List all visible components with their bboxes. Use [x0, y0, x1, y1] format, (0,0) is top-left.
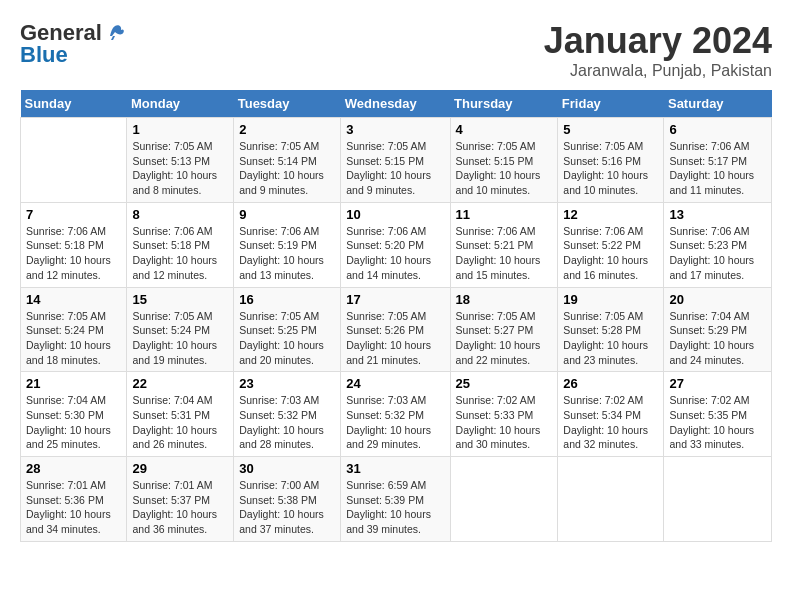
day-info: Sunrise: 7:06 AM Sunset: 5:22 PM Dayligh…: [563, 224, 658, 283]
day-info: Sunrise: 7:02 AM Sunset: 5:33 PM Dayligh…: [456, 393, 553, 452]
week-row-3: 14Sunrise: 7:05 AM Sunset: 5:24 PM Dayli…: [21, 287, 772, 372]
calendar-cell: 4Sunrise: 7:05 AM Sunset: 5:15 PM Daylig…: [450, 118, 558, 203]
calendar-cell: 28Sunrise: 7:01 AM Sunset: 5:36 PM Dayli…: [21, 457, 127, 542]
day-info: Sunrise: 7:05 AM Sunset: 5:24 PM Dayligh…: [132, 309, 228, 368]
calendar-cell: 12Sunrise: 7:06 AM Sunset: 5:22 PM Dayli…: [558, 202, 664, 287]
day-number: 27: [669, 376, 766, 391]
day-info: Sunrise: 7:06 AM Sunset: 5:18 PM Dayligh…: [132, 224, 228, 283]
calendar-cell: 1Sunrise: 7:05 AM Sunset: 5:13 PM Daylig…: [127, 118, 234, 203]
page-header: General Blue January 2024 Jaranwala, Pun…: [20, 20, 772, 80]
month-title: January 2024: [544, 20, 772, 62]
day-number: 2: [239, 122, 335, 137]
weekday-header-friday: Friday: [558, 90, 664, 118]
calendar-cell: 23Sunrise: 7:03 AM Sunset: 5:32 PM Dayli…: [234, 372, 341, 457]
calendar-cell: 7Sunrise: 7:06 AM Sunset: 5:18 PM Daylig…: [21, 202, 127, 287]
day-number: 31: [346, 461, 444, 476]
day-info: Sunrise: 7:05 AM Sunset: 5:13 PM Dayligh…: [132, 139, 228, 198]
day-info: Sunrise: 7:05 AM Sunset: 5:16 PM Dayligh…: [563, 139, 658, 198]
day-info: Sunrise: 7:05 AM Sunset: 5:26 PM Dayligh…: [346, 309, 444, 368]
weekday-header-row: SundayMondayTuesdayWednesdayThursdayFrid…: [21, 90, 772, 118]
calendar-cell: 31Sunrise: 6:59 AM Sunset: 5:39 PM Dayli…: [341, 457, 450, 542]
calendar-cell: 19Sunrise: 7:05 AM Sunset: 5:28 PM Dayli…: [558, 287, 664, 372]
title-block: January 2024 Jaranwala, Punjab, Pakistan: [544, 20, 772, 80]
day-number: 5: [563, 122, 658, 137]
day-info: Sunrise: 7:04 AM Sunset: 5:30 PM Dayligh…: [26, 393, 121, 452]
day-number: 7: [26, 207, 121, 222]
day-info: Sunrise: 7:02 AM Sunset: 5:35 PM Dayligh…: [669, 393, 766, 452]
calendar-cell: [558, 457, 664, 542]
day-info: Sunrise: 7:01 AM Sunset: 5:36 PM Dayligh…: [26, 478, 121, 537]
calendar-cell: 27Sunrise: 7:02 AM Sunset: 5:35 PM Dayli…: [664, 372, 772, 457]
day-number: 10: [346, 207, 444, 222]
day-info: Sunrise: 6:59 AM Sunset: 5:39 PM Dayligh…: [346, 478, 444, 537]
day-info: Sunrise: 7:05 AM Sunset: 5:25 PM Dayligh…: [239, 309, 335, 368]
day-info: Sunrise: 7:03 AM Sunset: 5:32 PM Dayligh…: [239, 393, 335, 452]
calendar-cell: 6Sunrise: 7:06 AM Sunset: 5:17 PM Daylig…: [664, 118, 772, 203]
calendar-cell: [21, 118, 127, 203]
day-number: 26: [563, 376, 658, 391]
day-number: 9: [239, 207, 335, 222]
logo-blue: Blue: [20, 42, 68, 68]
day-number: 18: [456, 292, 553, 307]
day-number: 24: [346, 376, 444, 391]
day-number: 16: [239, 292, 335, 307]
calendar-cell: 18Sunrise: 7:05 AM Sunset: 5:27 PM Dayli…: [450, 287, 558, 372]
day-number: 29: [132, 461, 228, 476]
day-number: 13: [669, 207, 766, 222]
calendar-cell: 22Sunrise: 7:04 AM Sunset: 5:31 PM Dayli…: [127, 372, 234, 457]
day-info: Sunrise: 7:04 AM Sunset: 5:29 PM Dayligh…: [669, 309, 766, 368]
day-number: 1: [132, 122, 228, 137]
weekday-header-tuesday: Tuesday: [234, 90, 341, 118]
day-number: 30: [239, 461, 335, 476]
day-number: 3: [346, 122, 444, 137]
calendar-cell: [450, 457, 558, 542]
day-number: 23: [239, 376, 335, 391]
day-info: Sunrise: 7:06 AM Sunset: 5:23 PM Dayligh…: [669, 224, 766, 283]
day-info: Sunrise: 7:05 AM Sunset: 5:15 PM Dayligh…: [456, 139, 553, 198]
calendar-cell: 9Sunrise: 7:06 AM Sunset: 5:19 PM Daylig…: [234, 202, 341, 287]
calendar-cell: 21Sunrise: 7:04 AM Sunset: 5:30 PM Dayli…: [21, 372, 127, 457]
day-number: 6: [669, 122, 766, 137]
day-number: 28: [26, 461, 121, 476]
calendar-cell: 5Sunrise: 7:05 AM Sunset: 5:16 PM Daylig…: [558, 118, 664, 203]
calendar-cell: 16Sunrise: 7:05 AM Sunset: 5:25 PM Dayli…: [234, 287, 341, 372]
week-row-2: 7Sunrise: 7:06 AM Sunset: 5:18 PM Daylig…: [21, 202, 772, 287]
week-row-4: 21Sunrise: 7:04 AM Sunset: 5:30 PM Dayli…: [21, 372, 772, 457]
day-number: 17: [346, 292, 444, 307]
day-info: Sunrise: 7:01 AM Sunset: 5:37 PM Dayligh…: [132, 478, 228, 537]
weekday-header-monday: Monday: [127, 90, 234, 118]
calendar-cell: 8Sunrise: 7:06 AM Sunset: 5:18 PM Daylig…: [127, 202, 234, 287]
day-number: 20: [669, 292, 766, 307]
day-number: 14: [26, 292, 121, 307]
calendar-cell: 10Sunrise: 7:06 AM Sunset: 5:20 PM Dayli…: [341, 202, 450, 287]
day-info: Sunrise: 7:06 AM Sunset: 5:19 PM Dayligh…: [239, 224, 335, 283]
calendar-cell: 29Sunrise: 7:01 AM Sunset: 5:37 PM Dayli…: [127, 457, 234, 542]
week-row-5: 28Sunrise: 7:01 AM Sunset: 5:36 PM Dayli…: [21, 457, 772, 542]
day-info: Sunrise: 7:03 AM Sunset: 5:32 PM Dayligh…: [346, 393, 444, 452]
day-info: Sunrise: 7:05 AM Sunset: 5:28 PM Dayligh…: [563, 309, 658, 368]
location: Jaranwala, Punjab, Pakistan: [544, 62, 772, 80]
day-info: Sunrise: 7:05 AM Sunset: 5:27 PM Dayligh…: [456, 309, 553, 368]
calendar-cell: 30Sunrise: 7:00 AM Sunset: 5:38 PM Dayli…: [234, 457, 341, 542]
day-number: 11: [456, 207, 553, 222]
weekday-header-thursday: Thursday: [450, 90, 558, 118]
calendar-table: SundayMondayTuesdayWednesdayThursdayFrid…: [20, 90, 772, 542]
calendar-cell: [664, 457, 772, 542]
day-info: Sunrise: 7:00 AM Sunset: 5:38 PM Dayligh…: [239, 478, 335, 537]
day-number: 22: [132, 376, 228, 391]
day-number: 15: [132, 292, 228, 307]
weekday-header-sunday: Sunday: [21, 90, 127, 118]
day-info: Sunrise: 7:06 AM Sunset: 5:20 PM Dayligh…: [346, 224, 444, 283]
calendar-cell: 15Sunrise: 7:05 AM Sunset: 5:24 PM Dayli…: [127, 287, 234, 372]
day-info: Sunrise: 7:06 AM Sunset: 5:18 PM Dayligh…: [26, 224, 121, 283]
day-number: 4: [456, 122, 553, 137]
calendar-cell: 3Sunrise: 7:05 AM Sunset: 5:15 PM Daylig…: [341, 118, 450, 203]
weekday-header-wednesday: Wednesday: [341, 90, 450, 118]
logo: General Blue: [20, 20, 126, 68]
day-number: 25: [456, 376, 553, 391]
calendar-cell: 17Sunrise: 7:05 AM Sunset: 5:26 PM Dayli…: [341, 287, 450, 372]
calendar-cell: 26Sunrise: 7:02 AM Sunset: 5:34 PM Dayli…: [558, 372, 664, 457]
day-info: Sunrise: 7:05 AM Sunset: 5:24 PM Dayligh…: [26, 309, 121, 368]
calendar-cell: 11Sunrise: 7:06 AM Sunset: 5:21 PM Dayli…: [450, 202, 558, 287]
day-number: 12: [563, 207, 658, 222]
